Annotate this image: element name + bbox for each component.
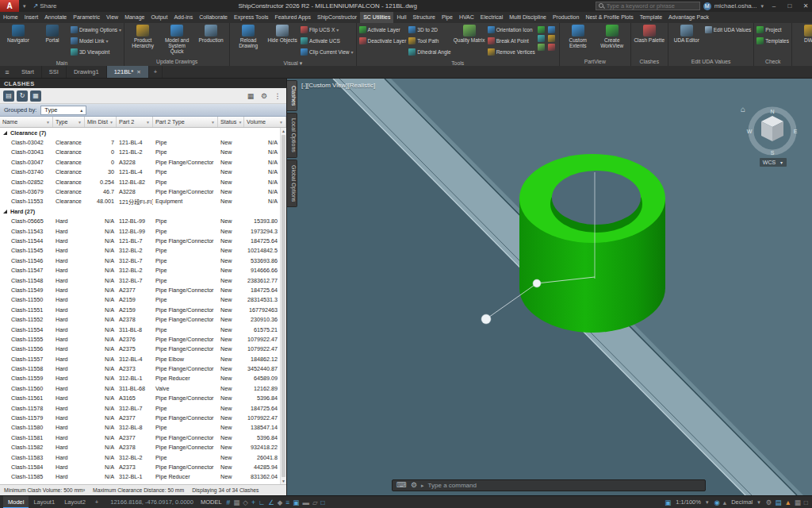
- scroll-up-icon[interactable]: ▲: [281, 128, 286, 134]
- ribbon-group-label[interactable]: Visual ▾: [230, 59, 355, 66]
- production-button[interactable]: Production: [195, 25, 227, 43]
- column-header[interactable]: Name ▼: [0, 117, 53, 127]
- graphics-performance-icon[interactable]: ▲: [783, 496, 791, 508]
- chevron-down-icon[interactable]: ▾: [760, 3, 764, 10]
- table-row[interactable]: Clash-11544 Hard N/A 121-BL-7 Pipe Flang…: [0, 236, 280, 245]
- orientation-icon-button[interactable]: Orientation Icon: [488, 25, 535, 35]
- ribbon-tab[interactable]: View: [103, 12, 121, 23]
- chevron-down-icon[interactable]: ▾: [22, 3, 27, 10]
- reload-drawing-button[interactable]: Reload Drawing: [232, 25, 264, 48]
- table-row[interactable]: Clash-11550 Hard N/A A2159 Pipe New 2831…: [0, 295, 280, 305]
- file-tabs-menu-icon[interactable]: ≡: [0, 66, 14, 78]
- table-row[interactable]: Clash-11554 Hard N/A 311-BL-8 Pipe New 6…: [0, 325, 280, 334]
- annotation-scale-button[interactable]: 1:1/100%: [676, 498, 701, 506]
- table-row[interactable]: Clash-02852 Clearance 0.254 112-BL-82 Pi…: [0, 177, 280, 187]
- table-row[interactable]: Clash-03740 Clearance 30 121-BL-4 Pipe N…: [0, 167, 280, 177]
- viewcube-home-icon[interactable]: ⌂: [741, 105, 745, 114]
- table-row[interactable]: Clash-11560 Hard N/A 311-BL-68 Valve New…: [0, 383, 280, 393]
- deactivate-layer-button[interactable]: Deactivate Layer: [359, 36, 407, 46]
- layout-tab[interactable]: Layout1: [29, 496, 59, 508]
- column-settings-icon[interactable]: ▦: [245, 90, 256, 102]
- activate-layer-button[interactable]: Activate Layer: [359, 25, 407, 35]
- compass-east-label[interactable]: E: [794, 129, 798, 134]
- flip-ucs-x-button[interactable]: Flip UCS X▾: [301, 25, 353, 35]
- table-row[interactable]: Clash-11555 Hard N/A A2376 Pipe Flange/C…: [0, 334, 280, 344]
- refresh-clashes-icon[interactable]: ↻: [17, 90, 28, 102]
- filter-icon[interactable]: ▼: [238, 120, 242, 125]
- ribbon-tab[interactable]: Advantage Pack: [665, 12, 712, 23]
- table-row[interactable]: Clash-11545 Hard N/A 312-BL-2 Pipe New 1…: [0, 246, 280, 256]
- expand-triangle-icon[interactable]: [3, 210, 7, 214]
- table-row[interactable]: Clash-03047 Clearance 0 A3228 Pipe Flang…: [0, 157, 280, 167]
- table-row[interactable]: Clash-11583 Hard N/A 312-BL-2 Pipe New 2…: [0, 452, 280, 462]
- ribbon-tab[interactable]: Electrical: [477, 12, 506, 23]
- 3d-to-2d-button[interactable]: 3D to 2D: [408, 25, 450, 35]
- ribbon-tab[interactable]: Add-ins: [170, 12, 196, 23]
- product-hierarchy-button[interactable]: Product Hierarchy: [127, 25, 159, 48]
- quick-properties-icon[interactable]: ▦: [794, 496, 802, 508]
- lineweight-icon[interactable]: ▬: [301, 496, 310, 508]
- column-header[interactable]: Volume ▼: [244, 117, 286, 127]
- column-header[interactable]: Min Dist ▼: [85, 117, 117, 127]
- portal-button[interactable]: Portal: [36, 25, 68, 43]
- ribbon-tab[interactable]: ShipConstructor: [314, 12, 360, 23]
- tool-extra-3-icon-button[interactable]: [538, 35, 546, 42]
- custom-extents-button[interactable]: Custom Extents: [562, 25, 594, 48]
- ribbon-tab[interactable]: Express Tools: [231, 12, 271, 23]
- transparency-icon[interactable]: ▱: [312, 496, 319, 508]
- compass-north-label[interactable]: N: [770, 109, 774, 114]
- command-bar[interactable]: ⌨ ⚙ ▸ Type a command: [392, 479, 706, 491]
- filter-icon[interactable]: ▼: [146, 120, 150, 125]
- column-header[interactable]: Part 2 ▼: [117, 117, 153, 127]
- ribbon-tab[interactable]: Multi Discipline: [506, 12, 550, 23]
- close-button[interactable]: ✕: [799, 0, 812, 12]
- edit-uda-values-button[interactable]: Edit UDA Values: [705, 25, 752, 35]
- scrollbar-thumb[interactable]: [282, 135, 285, 477]
- ucs-label[interactable]: WCS: [763, 160, 776, 165]
- table-row[interactable]: Clash-11581 Hard N/A A2377 Pipe Flange/C…: [0, 433, 280, 442]
- autoscale-icon[interactable]: ▴: [722, 496, 727, 508]
- scroll-down-icon[interactable]: ▼: [281, 478, 286, 484]
- polar-tracking-icon[interactable]: ∠: [267, 496, 275, 508]
- project-button[interactable]: Project: [756, 25, 789, 35]
- export-clashes-icon[interactable]: ▦: [30, 90, 41, 102]
- document-tab[interactable]: +: [149, 66, 163, 78]
- avatar[interactable]: M: [703, 2, 711, 10]
- viewport-controls-label[interactable]: [-][Custom View][Realistic]: [301, 82, 375, 89]
- share-button[interactable]: ↗ Share: [30, 2, 60, 10]
- ribbon-tab[interactable]: Production: [550, 12, 582, 23]
- quality-matrix-button[interactable]: Quality Matrix: [454, 25, 485, 43]
- table-row[interactable]: Clash-11543 Hard N/A 112-BL-99 Pipe New …: [0, 226, 280, 236]
- more-options-icon[interactable]: ⋮: [272, 90, 283, 102]
- hide-objects-button[interactable]: Hide Objects: [266, 25, 298, 43]
- groupby-select[interactable]: Type ▴: [40, 106, 86, 115]
- filter-icon[interactable]: ▼: [78, 120, 82, 125]
- workspace-gear-icon[interactable]: ⚙: [765, 496, 773, 508]
- ribbon-tab[interactable]: Pipe: [439, 12, 456, 23]
- activate-ucs-button[interactable]: Activate UCS: [301, 36, 353, 46]
- table-row[interactable]: Clash-11553 Clearance 48.001 121分段FI-FI顶…: [0, 197, 280, 206]
- ribbon-tab[interactable]: SC Utilities: [360, 12, 393, 23]
- tool-extra-1-icon-button[interactable]: [538, 26, 546, 33]
- ribbon-tab[interactable]: Nest & Profile Plots: [582, 12, 636, 23]
- navigator-button[interactable]: Navigator: [2, 25, 34, 43]
- filter-icon[interactable]: ▼: [46, 120, 50, 125]
- ribbon-tab[interactable]: Collaborate: [196, 12, 231, 23]
- annotation-visibility-icon[interactable]: ◉: [713, 496, 720, 508]
- table-row[interactable]: Clash-11580 Hard N/A 312-BL-8 Pipe New 1…: [0, 423, 280, 433]
- customize-icon[interactable]: ⚙: [411, 479, 417, 491]
- ribbon-tab[interactable]: Parametric: [70, 12, 103, 23]
- layout-tab[interactable]: Layout2: [59, 496, 90, 508]
- document-tab[interactable]: 121BL* ✕: [107, 66, 149, 78]
- object-snap-tracking-icon[interactable]: ≡: [285, 496, 290, 508]
- layout-tab[interactable]: Model: [3, 496, 29, 508]
- palette-side-tab[interactable]: Clashes: [287, 80, 297, 111]
- table-row[interactable]: Hard (27): [0, 206, 280, 216]
- maximize-button[interactable]: □: [783, 0, 796, 12]
- search-input[interactable]: [607, 2, 697, 10]
- dwg-button[interactable]: DWG: [795, 25, 812, 43]
- table-row[interactable]: Clash-11556 Hard N/A A2375 Pipe Flange/C…: [0, 344, 280, 354]
- clean-screen-icon[interactable]: □: [803, 496, 809, 508]
- ribbon-tab[interactable]: Featured Apps: [271, 12, 314, 23]
- table-row[interactable]: Clash-05665 Hard N/A 112-BL-99 Pipe New …: [0, 217, 280, 226]
